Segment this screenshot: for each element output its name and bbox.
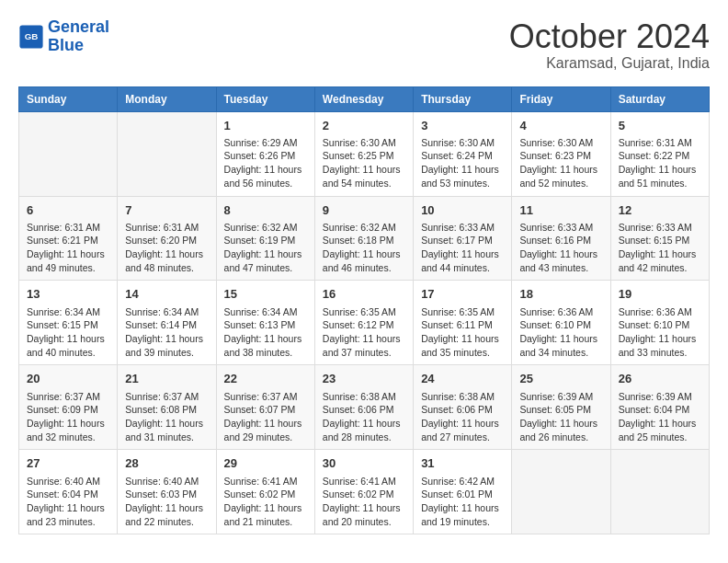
day-number: 26	[619, 371, 701, 387]
day-info: Sunrise: 6:37 AMSunset: 6:09 PMDaylight:…	[27, 390, 109, 444]
calendar-cell: 22Sunrise: 6:37 AMSunset: 6:07 PMDayligh…	[216, 365, 314, 450]
day-info: Sunrise: 6:41 AMSunset: 6:02 PMDaylight:…	[323, 475, 405, 529]
weekday-header-wednesday: Wednesday	[314, 86, 413, 111]
day-number: 17	[421, 286, 504, 303]
day-number: 16	[323, 286, 405, 303]
day-number: 25	[519, 371, 602, 387]
day-number: 9	[323, 202, 405, 219]
calendar-cell: 21Sunrise: 6:37 AMSunset: 6:08 PMDayligh…	[118, 365, 216, 450]
day-info: Sunrise: 6:30 AMSunset: 6:25 PMDaylight:…	[323, 136, 405, 190]
week-row-3: 13Sunrise: 6:34 AMSunset: 6:15 PMDayligh…	[19, 281, 710, 365]
day-number: 13	[27, 286, 109, 303]
logo: GB General Blue	[18, 18, 109, 55]
day-number: 7	[125, 202, 208, 219]
calendar-cell: 2Sunrise: 6:30 AMSunset: 6:25 PMDaylight…	[314, 111, 413, 196]
day-info: Sunrise: 6:31 AMSunset: 6:21 PMDaylight:…	[27, 221, 109, 275]
weekday-header-row: SundayMondayTuesdayWednesdayThursdayFrid…	[19, 86, 710, 111]
calendar-cell: 25Sunrise: 6:39 AMSunset: 6:05 PMDayligh…	[512, 365, 610, 450]
day-info: Sunrise: 6:35 AMSunset: 6:11 PMDaylight:…	[421, 305, 504, 360]
calendar-cell: 28Sunrise: 6:40 AMSunset: 6:03 PMDayligh…	[118, 450, 216, 534]
day-info: Sunrise: 6:30 AMSunset: 6:24 PMDaylight:…	[421, 136, 504, 190]
day-number: 24	[421, 371, 504, 387]
calendar-cell: 11Sunrise: 6:33 AMSunset: 6:16 PMDayligh…	[512, 196, 610, 281]
day-info: Sunrise: 6:34 AMSunset: 6:13 PMDaylight:…	[224, 305, 307, 360]
weekday-header-saturday: Saturday	[610, 86, 709, 111]
day-info: Sunrise: 6:36 AMSunset: 6:10 PMDaylight:…	[519, 305, 602, 360]
calendar-cell: 8Sunrise: 6:32 AMSunset: 6:19 PMDaylight…	[216, 196, 314, 281]
calendar-cell: 17Sunrise: 6:35 AMSunset: 6:11 PMDayligh…	[414, 281, 512, 365]
title-block: October 2024 Karamsad, Gujarat, India	[509, 18, 710, 72]
calendar-cell	[118, 111, 216, 196]
calendar-cell: 7Sunrise: 6:31 AMSunset: 6:20 PMDaylight…	[118, 196, 216, 281]
day-info: Sunrise: 6:36 AMSunset: 6:10 PMDaylight:…	[619, 305, 701, 360]
calendar-cell: 18Sunrise: 6:36 AMSunset: 6:10 PMDayligh…	[512, 281, 610, 365]
calendar-cell: 10Sunrise: 6:33 AMSunset: 6:17 PMDayligh…	[414, 196, 512, 281]
day-info: Sunrise: 6:31 AMSunset: 6:22 PMDaylight:…	[619, 136, 701, 190]
month-title: October 2024	[509, 18, 710, 55]
day-number: 6	[27, 202, 109, 219]
day-info: Sunrise: 6:38 AMSunset: 6:06 PMDaylight:…	[421, 390, 504, 444]
calendar-table: SundayMondayTuesdayWednesdayThursdayFrid…	[18, 86, 710, 535]
day-number: 30	[323, 455, 405, 472]
day-number: 8	[224, 202, 307, 219]
page-header: GB General Blue October 2024 Karamsad, G…	[18, 18, 710, 72]
svg-text:GB: GB	[25, 31, 39, 41]
calendar-cell: 14Sunrise: 6:34 AMSunset: 6:14 PMDayligh…	[118, 281, 216, 365]
calendar-cell: 20Sunrise: 6:37 AMSunset: 6:09 PMDayligh…	[19, 365, 118, 450]
day-info: Sunrise: 6:35 AMSunset: 6:12 PMDaylight:…	[323, 305, 405, 360]
calendar-cell	[610, 450, 709, 534]
day-info: Sunrise: 6:42 AMSunset: 6:01 PMDaylight:…	[421, 475, 504, 529]
day-info: Sunrise: 6:40 AMSunset: 6:04 PMDaylight:…	[27, 475, 109, 529]
calendar-cell	[19, 111, 118, 196]
day-info: Sunrise: 6:38 AMSunset: 6:06 PMDaylight:…	[323, 390, 405, 444]
day-info: Sunrise: 6:37 AMSunset: 6:07 PMDaylight:…	[224, 390, 307, 444]
calendar-cell: 1Sunrise: 6:29 AMSunset: 6:26 PMDaylight…	[216, 111, 314, 196]
location: Karamsad, Gujarat, India	[509, 55, 710, 72]
calendar-cell: 29Sunrise: 6:41 AMSunset: 6:02 PMDayligh…	[216, 450, 314, 534]
day-info: Sunrise: 6:29 AMSunset: 6:26 PMDaylight:…	[224, 136, 307, 190]
calendar-cell: 30Sunrise: 6:41 AMSunset: 6:02 PMDayligh…	[314, 450, 413, 534]
day-info: Sunrise: 6:33 AMSunset: 6:17 PMDaylight:…	[421, 221, 504, 275]
calendar-cell: 31Sunrise: 6:42 AMSunset: 6:01 PMDayligh…	[414, 450, 512, 534]
weekday-header-friday: Friday	[512, 86, 610, 111]
day-number: 19	[619, 286, 701, 303]
week-row-1: 1Sunrise: 6:29 AMSunset: 6:26 PMDaylight…	[19, 111, 710, 196]
day-number: 23	[323, 371, 405, 387]
calendar-cell: 5Sunrise: 6:31 AMSunset: 6:22 PMDaylight…	[610, 111, 709, 196]
day-number: 28	[125, 455, 208, 472]
day-number: 20	[27, 371, 109, 387]
calendar-cell: 24Sunrise: 6:38 AMSunset: 6:06 PMDayligh…	[414, 365, 512, 450]
day-number: 12	[619, 202, 701, 219]
calendar-cell: 13Sunrise: 6:34 AMSunset: 6:15 PMDayligh…	[19, 281, 118, 365]
day-number: 15	[224, 286, 307, 303]
day-number: 5	[619, 118, 701, 134]
day-number: 22	[224, 371, 307, 387]
day-number: 1	[224, 118, 307, 134]
weekday-header-monday: Monday	[118, 86, 216, 111]
day-info: Sunrise: 6:32 AMSunset: 6:18 PMDaylight:…	[323, 221, 405, 275]
day-info: Sunrise: 6:39 AMSunset: 6:05 PMDaylight:…	[519, 390, 602, 444]
day-number: 4	[519, 118, 602, 134]
day-info: Sunrise: 6:34 AMSunset: 6:15 PMDaylight:…	[27, 305, 109, 360]
day-info: Sunrise: 6:33 AMSunset: 6:15 PMDaylight:…	[619, 221, 701, 275]
day-info: Sunrise: 6:40 AMSunset: 6:03 PMDaylight:…	[125, 475, 208, 529]
week-row-5: 27Sunrise: 6:40 AMSunset: 6:04 PMDayligh…	[19, 450, 710, 534]
day-number: 31	[421, 455, 504, 472]
calendar-cell: 12Sunrise: 6:33 AMSunset: 6:15 PMDayligh…	[610, 196, 709, 281]
day-info: Sunrise: 6:39 AMSunset: 6:04 PMDaylight:…	[619, 390, 701, 444]
day-number: 29	[224, 455, 307, 472]
day-info: Sunrise: 6:34 AMSunset: 6:14 PMDaylight:…	[125, 305, 208, 360]
calendar-cell	[512, 450, 610, 534]
day-number: 3	[421, 118, 504, 134]
day-number: 11	[519, 202, 602, 219]
day-number: 10	[421, 202, 504, 219]
weekday-header-sunday: Sunday	[19, 86, 118, 111]
day-info: Sunrise: 6:31 AMSunset: 6:20 PMDaylight:…	[125, 221, 208, 275]
calendar-cell: 6Sunrise: 6:31 AMSunset: 6:21 PMDaylight…	[19, 196, 118, 281]
calendar-cell: 27Sunrise: 6:40 AMSunset: 6:04 PMDayligh…	[19, 450, 118, 534]
calendar-cell: 15Sunrise: 6:34 AMSunset: 6:13 PMDayligh…	[216, 281, 314, 365]
day-info: Sunrise: 6:37 AMSunset: 6:08 PMDaylight:…	[125, 390, 208, 444]
calendar-cell: 16Sunrise: 6:35 AMSunset: 6:12 PMDayligh…	[314, 281, 413, 365]
calendar-cell: 9Sunrise: 6:32 AMSunset: 6:18 PMDaylight…	[314, 196, 413, 281]
day-info: Sunrise: 6:32 AMSunset: 6:19 PMDaylight:…	[224, 221, 307, 275]
